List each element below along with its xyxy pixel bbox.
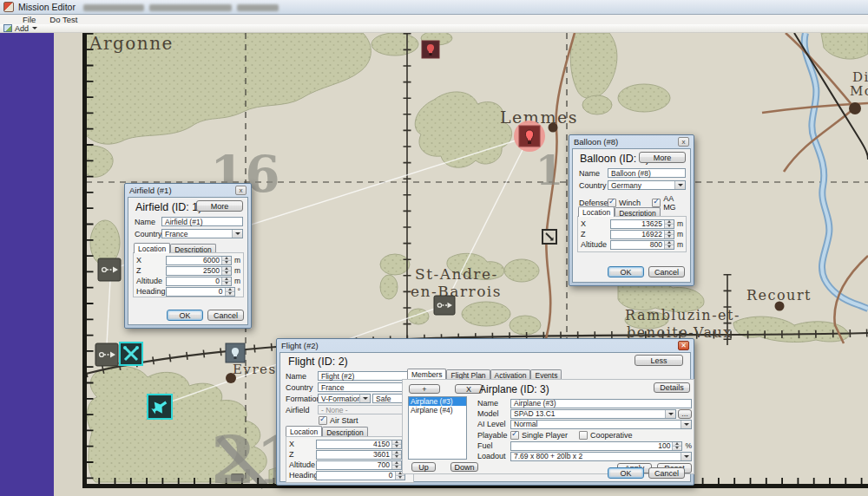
tool-bar: Add	[0, 24, 868, 33]
down-button[interactable]: Down	[450, 462, 478, 472]
spinner[interactable]	[391, 441, 401, 448]
members-list[interactable]: Airplane (#3) Airplane (#4)	[408, 396, 467, 460]
name-label: Name	[286, 372, 318, 381]
tab-location[interactable]: Location	[578, 206, 615, 217]
balloon-icon-selected[interactable]	[519, 126, 540, 147]
ok-button[interactable]: OK	[167, 310, 203, 321]
airfield-dialog-title: Airfield (#1)	[129, 186, 235, 195]
spinner[interactable]	[391, 451, 401, 459]
model-select[interactable]: SPAD 13.C1	[510, 409, 676, 419]
spinner[interactable]	[221, 257, 231, 264]
single-player-checkbox[interactable]	[510, 431, 519, 440]
airfield-dialog-titlebar[interactable]: Airfield (#1) x	[128, 184, 248, 197]
menu-do-test[interactable]: Do Test	[43, 15, 84, 24]
x-field[interactable]: 4150	[316, 440, 402, 449]
spinner[interactable]	[672, 442, 681, 450]
spinner[interactable]	[225, 288, 234, 296]
less-button[interactable]: Less	[635, 355, 683, 366]
tab-description[interactable]: Description	[322, 427, 368, 436]
heading-field[interactable]: 0	[316, 471, 405, 480]
altitude-field[interactable]: 0	[166, 277, 232, 286]
heading-field[interactable]: 0	[166, 287, 235, 297]
country-select[interactable]: Germany	[608, 180, 686, 190]
single-player-label: Single Player	[522, 431, 579, 440]
add-member-button[interactable]: +	[409, 384, 440, 394]
browse-button[interactable]: ...	[678, 409, 692, 419]
spinner[interactable]	[221, 277, 231, 285]
flight-location-tabs: Location Description	[286, 426, 414, 436]
more-button[interactable]: More	[639, 152, 686, 163]
x-field[interactable]: 6000	[166, 256, 232, 265]
country-select[interactable]: France	[318, 382, 414, 392]
z-field[interactable]: 3601	[316, 450, 402, 460]
airplane-name-field[interactable]: Airplane (#3)	[510, 399, 692, 408]
ok-button[interactable]: OK	[608, 467, 644, 479]
airplane-icon[interactable]	[148, 395, 172, 419]
up-button[interactable]: Up	[411, 462, 436, 472]
tab-events[interactable]: Events	[530, 369, 562, 379]
tab-flight-plan[interactable]: Flight Plan	[446, 369, 490, 379]
air-start-checkbox[interactable]	[319, 416, 327, 425]
balloon-dialog-titlebar[interactable]: Balloon (#8) x	[572, 135, 691, 148]
chevron-down-icon[interactable]	[674, 181, 685, 189]
cooperative-checkbox[interactable]	[579, 431, 588, 440]
z-field[interactable]: 16922	[610, 230, 674, 239]
more-button[interactable]: More	[196, 200, 243, 212]
x-field[interactable]: 13625	[610, 219, 674, 229]
details-button[interactable]: Details	[654, 382, 690, 393]
loadout-select[interactable]: 7.69 x 800 + 20lb x 2	[510, 452, 692, 461]
z-field[interactable]: 2500	[166, 266, 232, 276]
ai-level-label: AI Level	[477, 420, 510, 428]
spinner[interactable]	[664, 241, 674, 249]
name-field[interactable]: Airfield (#1)	[161, 217, 243, 226]
chevron-down-icon[interactable]	[665, 410, 675, 418]
airfield-dialog[interactable]: Airfield (#1) x Airfield (ID: 1) More Na…	[124, 183, 252, 329]
spinner[interactable]	[664, 231, 674, 238]
balloon-dialog[interactable]: Balloon (#8) x Balloon (ID: 8) More Name…	[569, 134, 694, 286]
cancel-button[interactable]: Cancel	[207, 310, 244, 321]
chevron-down-icon[interactable]	[232, 230, 242, 238]
country-label: Country	[579, 181, 608, 190]
ai-level-select[interactable]: Normal	[510, 420, 692, 429]
cancel-button[interactable]: Cancel	[648, 266, 685, 277]
airfield-header: Airfield (ID: 1)	[135, 201, 201, 213]
chevron-down-icon[interactable]	[681, 453, 691, 460]
chevron-down-icon[interactable]	[681, 421, 691, 428]
tab-activation[interactable]: Activation	[490, 369, 531, 379]
list-item[interactable]: Airplane (#3)	[409, 397, 466, 406]
spinner[interactable]	[221, 267, 231, 275]
tab-members[interactable]: Members	[407, 369, 446, 379]
close-icon[interactable]: ✕	[678, 341, 689, 350]
formation-select[interactable]: V-Formation	[318, 394, 371, 403]
balloon-dialog-title: Balloon (#8)	[574, 137, 678, 147]
chevron-down-icon[interactable]	[359, 395, 370, 402]
airfield-label: Airfield	[286, 406, 318, 414]
menu-file[interactable]: File	[16, 15, 43, 24]
arrow-box-icon[interactable]	[542, 230, 556, 244]
tab-location[interactable]: Location	[286, 426, 322, 436]
spinner[interactable]	[664, 220, 674, 228]
tools-icon[interactable]	[120, 343, 142, 365]
flight-dialog-titlebar[interactable]: Flight (#2) ✕	[279, 339, 691, 352]
name-field[interactable]: Balloon (#8)	[608, 168, 686, 178]
list-item[interactable]: Airplane (#4)	[409, 406, 466, 414]
country-select[interactable]: France	[161, 229, 243, 238]
balloon-icon-red[interactable]	[422, 41, 439, 58]
title-bar[interactable]: Mission Editor	[0, 0, 868, 15]
name-field[interactable]: Flight (#2)	[318, 371, 414, 381]
redacted-path	[83, 4, 144, 11]
spinner[interactable]	[391, 461, 401, 469]
close-icon[interactable]: x	[678, 137, 689, 147]
tab-location[interactable]: Location	[134, 243, 170, 253]
ok-button[interactable]: OK	[608, 266, 644, 277]
flight-dialog[interactable]: Flight (#2) ✕ Flight (ID: 2) Less Name F…	[276, 338, 694, 486]
add-button[interactable]: Add	[15, 24, 29, 33]
fuel-field[interactable]: 100	[510, 441, 682, 451]
altitude-field[interactable]: 700	[316, 460, 402, 470]
balloon-icon-grey[interactable]	[226, 343, 245, 362]
x-label: X	[136, 256, 166, 264]
cancel-button[interactable]: Cancel	[648, 467, 685, 479]
altitude-field[interactable]: 800	[610, 240, 674, 250]
chevron-down-icon[interactable]	[32, 27, 37, 29]
close-icon[interactable]: x	[235, 186, 247, 195]
